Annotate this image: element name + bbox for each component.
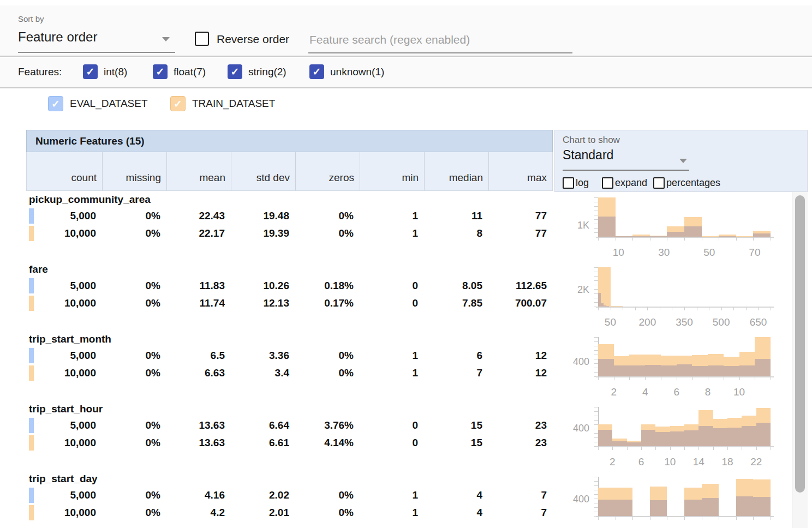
stat-cell: 2.01	[230, 507, 295, 519]
y-tick	[594, 512, 598, 512]
y-tick	[594, 289, 598, 290]
stat-cell: 0%	[101, 297, 166, 309]
eval-dataset-checkbox[interactable]	[48, 96, 63, 111]
y-tick	[594, 494, 598, 495]
feature-search-input[interactable]	[308, 27, 572, 53]
stat-cell: 7.85	[423, 297, 488, 309]
x-tick	[672, 307, 672, 310]
y-tick	[594, 232, 598, 233]
x-tick-label: 6	[665, 386, 689, 398]
percentages-checkbox[interactable]	[653, 177, 665, 189]
x-tick	[684, 446, 685, 450]
stat-cell: 11	[423, 210, 488, 222]
eval-bar	[645, 365, 661, 376]
chart-type-select[interactable]: Standard	[563, 148, 613, 163]
x-tick-label: 22	[744, 456, 768, 468]
stat-cell: 10,000	[34, 507, 101, 519]
numeric-features-header: Numeric Features (15)	[26, 130, 553, 152]
stat-cell: 0%	[101, 419, 166, 431]
chart-controls-panel: Chart to show Standard log expand percen…	[554, 130, 808, 192]
stat-cell: 0%	[101, 210, 166, 222]
stat-cell: 1	[359, 507, 423, 519]
y-tick	[594, 285, 598, 285]
reverse-order-checkbox[interactable]	[195, 32, 209, 46]
eval-bar	[612, 441, 626, 446]
stat-cell: 6.64	[230, 419, 295, 431]
x-tick	[611, 307, 611, 310]
stat-cell: 4	[423, 507, 488, 519]
eval-bar	[670, 431, 684, 446]
stat-cell: 12.13	[230, 297, 295, 309]
x-tick	[697, 307, 697, 310]
stat-cell: 5,000	[34, 489, 101, 501]
histogram-plot	[598, 477, 771, 516]
y-tick	[594, 368, 598, 368]
expand-checkbox[interactable]	[602, 177, 613, 189]
feature-list: pickup_community_area5,0000%22.4319.480%…	[0, 192, 792, 528]
x-tick	[719, 237, 719, 241]
y-tick	[594, 228, 598, 229]
y-tick	[594, 280, 598, 281]
x-tick	[641, 446, 642, 450]
scrollbar-thumb[interactable]	[795, 195, 805, 493]
eval-bar	[661, 365, 677, 376]
train-dataset-checkbox[interactable]	[170, 96, 186, 111]
x-tick	[598, 516, 599, 520]
y-tick	[594, 372, 598, 373]
dataset-color-chip-train	[29, 365, 34, 381]
eval-bar	[598, 430, 612, 446]
string-filter-checkbox[interactable]	[228, 64, 242, 79]
x-tick	[667, 237, 667, 241]
stat-cell: 0%	[101, 227, 166, 239]
x-tick	[756, 446, 757, 450]
x-tick	[612, 446, 613, 450]
stat-cell: 22.17	[166, 227, 230, 239]
stat-cell: 12	[488, 350, 552, 362]
log-checkbox[interactable]	[563, 177, 574, 189]
int-filter-checkbox[interactable]	[83, 64, 98, 79]
train-dataset-label: TRAIN_DATASET	[192, 98, 275, 110]
feature-histogram: 1K10305070	[554, 192, 792, 262]
y-tick	[594, 442, 598, 442]
unknown-filter-checkbox[interactable]	[309, 64, 324, 79]
vertical-scrollbar	[792, 192, 808, 528]
chevron-down-icon[interactable]	[162, 37, 170, 41]
y-tick	[594, 341, 598, 342]
x-tick-label: 650	[747, 316, 771, 328]
feature-name: trip_start_day	[26, 471, 553, 487]
stat-cell: 10,000	[34, 437, 101, 449]
stat-row-eval: 5,0000%11.8310.260.18%08.05112.65	[26, 277, 553, 295]
stat-cell: 10.26	[230, 280, 295, 292]
sort-by-select[interactable]: Feature order	[18, 29, 97, 45]
x-tick-label: 2	[602, 386, 626, 398]
stat-cell: 22.43	[166, 210, 230, 222]
float-filter-checkbox[interactable]	[153, 64, 168, 79]
x-tick	[623, 307, 623, 310]
eval-bar	[692, 366, 708, 376]
stat-cell: 13.63	[166, 419, 230, 431]
stat-cell: 0	[359, 419, 423, 431]
y-tick	[594, 298, 598, 298]
reverse-order-label: Reverse order	[217, 33, 289, 46]
stat-row-eval: 5,0000%13.636.643.76%01523	[26, 417, 553, 434]
stats-column-header: count missing mean std dev zeros min med…	[26, 152, 553, 191]
x-tick	[709, 307, 709, 310]
chevron-down-icon[interactable]	[679, 159, 687, 163]
string-filter-label: string(2)	[248, 66, 286, 78]
y-tick	[594, 507, 598, 508]
y-tick	[594, 503, 598, 503]
y-tick	[594, 363, 598, 364]
log-label: log	[576, 177, 589, 189]
toolbar: Sort by Feature order Reverse order	[0, 5, 812, 57]
x-tick	[742, 446, 742, 450]
stat-cell: 19.39	[230, 227, 295, 239]
x-tick-label: 70	[743, 247, 767, 259]
eval-bar	[753, 497, 771, 516]
int-filter-label: int(8)	[104, 66, 127, 78]
feature-histogram: 2K50200350500650	[554, 262, 792, 332]
stat-cell: 23	[488, 419, 552, 431]
feature-stats: trip_start_day5,0000%4.162.020%14710,000…	[26, 471, 553, 521]
stat-cell: 1	[359, 227, 423, 239]
stat-cell: 0.17%	[295, 297, 359, 309]
y-tick	[594, 346, 598, 346]
